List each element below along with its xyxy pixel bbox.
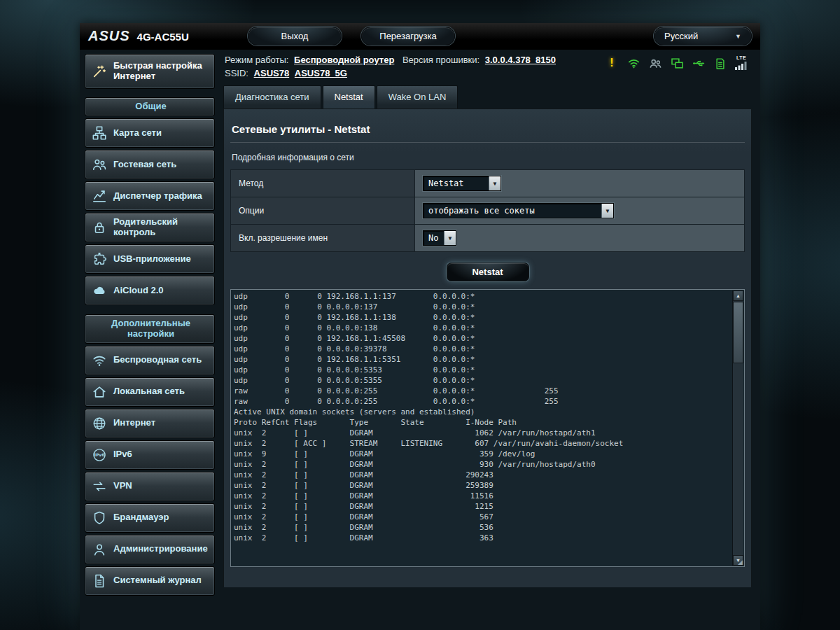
sidebar-item-label: Родительский контроль (113, 217, 210, 238)
section-title: Дополнительные настройки (92, 318, 210, 340)
sidebar-item-label: VPN (113, 481, 132, 491)
firmware-version-link[interactable]: 3.0.0.4.378_8150 (485, 55, 556, 65)
sidebar-section-general: Общие (85, 97, 215, 116)
ssid-2g-link[interactable]: ASUS78 (254, 68, 290, 78)
asus-logo[interactable]: ASUS 4G-AC55U (88, 28, 228, 44)
network-map-icon (92, 125, 107, 141)
netstat-output-text: udp 0 0 192.168.1.1:137 0.0.0.0:* udp 0 … (234, 291, 730, 565)
ssid-label: SSID: (225, 68, 248, 78)
sidebar-item-label: Администрирование (113, 544, 208, 554)
admin-icon (92, 542, 107, 557)
parental-control-icon (92, 220, 107, 235)
sidebar-item-label: Диспетчер трафика (113, 191, 202, 202)
usb-app-icon (92, 251, 107, 267)
guest-network-icon (92, 157, 107, 172)
tab-netstat[interactable]: Netstat (323, 85, 375, 108)
operation-mode-label: Режим работы: (225, 55, 288, 65)
clients-icon[interactable] (648, 55, 662, 70)
dropdown-arrow-icon: ▼ (489, 176, 500, 190)
firmware-label: Версия прошивки: (402, 55, 479, 65)
sidebar-item-ipv6[interactable]: IPv6 IPv6 (85, 440, 215, 470)
sidebar-item-traffic-manager[interactable]: Диспетчер трафика (85, 181, 215, 211)
scrollbar-thumb[interactable] (733, 302, 743, 363)
lte-signal-icon[interactable]: LTE (735, 55, 748, 70)
sidebar-item-label: Гостевая сеть (113, 160, 176, 170)
tab-bar: Диагностика сети Netstat Wake On LAN (223, 85, 752, 108)
sidebar-item-label: Брандмауэр (113, 512, 169, 523)
traffic-manager-icon (92, 188, 107, 204)
dropdown-arrow-icon: ▼ (601, 204, 613, 218)
content-panel: Сетевые утилиты - Netstat Подробная инфо… (223, 108, 752, 587)
console-resize-grip[interactable]: ◢ (738, 559, 743, 566)
wifi-icon[interactable] (626, 55, 640, 70)
sidebar-item-administration[interactable]: Администрирование (85, 535, 215, 564)
router-admin-app: ASUS 4G-AC55U Выход Перезагрузка Русский… (80, 23, 760, 630)
wireless-icon (92, 353, 107, 368)
operation-mode-link[interactable]: Беспроводной роутер (294, 55, 394, 65)
options-label: Опции (231, 197, 415, 225)
lan-icon (92, 384, 107, 400)
sidebar-item-wan[interactable]: Интернет (85, 409, 215, 438)
options-select[interactable]: отображать все сокеты ▼ (423, 203, 614, 218)
method-select[interactable]: Netstat ▼ (423, 176, 501, 191)
firewall-icon (92, 510, 107, 526)
method-select-value: Netstat (424, 176, 489, 190)
topbar: ASUS 4G-AC55U Выход Перезагрузка Русский… (80, 23, 760, 50)
tab-network-diagnostics[interactable]: Диагностика сети (223, 85, 321, 108)
page-title: Сетевые утилиты - Netstat (230, 112, 745, 143)
sidebar-item-usb-application[interactable]: USB-приложение (85, 244, 215, 274)
run-row: Netstat (230, 262, 745, 281)
usb-icon[interactable] (692, 55, 706, 70)
dropdown-arrow-icon: ▼ (444, 231, 456, 245)
sidebar-item-label: Локальная сеть (113, 386, 185, 397)
quick-setup-label: Быстрая настройка Интернет (113, 61, 210, 82)
main-column: Режим работы: Беспроводной роутер Версия… (218, 50, 760, 587)
ssid-5g-link[interactable]: ASUS78_5G (295, 68, 347, 78)
sidebar-section-advanced: Дополнительные настройки (85, 314, 215, 344)
sidebar-item-guest-network[interactable]: Гостевая сеть (85, 150, 215, 179)
sidebar-item-lan[interactable]: Локальная сеть (85, 377, 215, 407)
chevron-down-icon: ▼ (735, 33, 741, 40)
log-icon[interactable] (713, 55, 727, 70)
reboot-button[interactable]: Перезагрузка (361, 27, 455, 46)
alert-icon[interactable]: ! (605, 55, 619, 70)
tab-wake-on-lan[interactable]: Wake On LAN (377, 85, 458, 108)
form-row-method: Метод Netstat ▼ (231, 170, 745, 197)
logout-button[interactable]: Выход (248, 27, 342, 46)
aicloud-icon (92, 283, 107, 298)
sidebar-item-system-log[interactable]: Системный журнал (85, 566, 215, 596)
sidebar-item-label: Беспроводная сеть (113, 355, 202, 365)
method-label: Метод (231, 170, 415, 197)
sidebar-item-label: Системный журнал (113, 575, 202, 586)
internet-icon (92, 416, 107, 431)
sidebar-item-aicloud[interactable]: AiCloud 2.0 (85, 276, 215, 305)
netstat-form: Метод Netstat ▼ Опции отображать в (230, 169, 745, 252)
display-clone-icon[interactable] (670, 55, 684, 70)
brand-logo-text: ASUS (88, 28, 130, 44)
magic-wand-icon (92, 64, 107, 79)
sidebar-item-wireless[interactable]: Беспроводная сеть (85, 346, 215, 375)
svg-text:IPv6: IPv6 (94, 452, 105, 457)
name-resolution-select-value: No (424, 231, 444, 245)
sidebar-item-network-map[interactable]: Карта сети (85, 118, 215, 148)
sidebar-item-label: IPv6 (113, 449, 132, 460)
console-scrollbar[interactable]: ▲ ▼ (732, 290, 743, 566)
vpn-icon (92, 479, 107, 494)
netstat-output-console: udp 0 0 192.168.1.1:137 0.0.0.0:* udp 0 … (230, 289, 745, 567)
form-row-name-resolution: Вкл. разрешение имен No ▼ (231, 225, 745, 252)
options-select-value: отображать все сокеты (424, 204, 601, 218)
form-row-options: Опции отображать все сокеты ▼ (231, 197, 745, 225)
netstat-run-button[interactable]: Netstat (447, 262, 529, 281)
infobar: Режим работы: Беспроводной роутер Версия… (223, 50, 752, 84)
scroll-up-icon[interactable]: ▲ (733, 290, 743, 301)
language-select[interactable]: Русский ▼ (654, 27, 752, 46)
sidebar-item-label: AiCloud 2.0 (113, 286, 164, 296)
sidebar-item-label: Интернет (113, 418, 155, 428)
name-resolution-label: Вкл. разрешение имен (231, 225, 415, 252)
name-resolution-select[interactable]: No ▼ (423, 230, 456, 246)
quick-setup-button[interactable]: Быстрая настройка Интернет (85, 54, 215, 89)
sidebar-item-vpn[interactable]: VPN (85, 472, 215, 501)
sidebar-item-firewall[interactable]: Брандмауэр (85, 503, 215, 533)
sidebar-item-parental-control[interactable]: Родительский контроль (85, 213, 215, 242)
system-log-icon (92, 573, 107, 589)
